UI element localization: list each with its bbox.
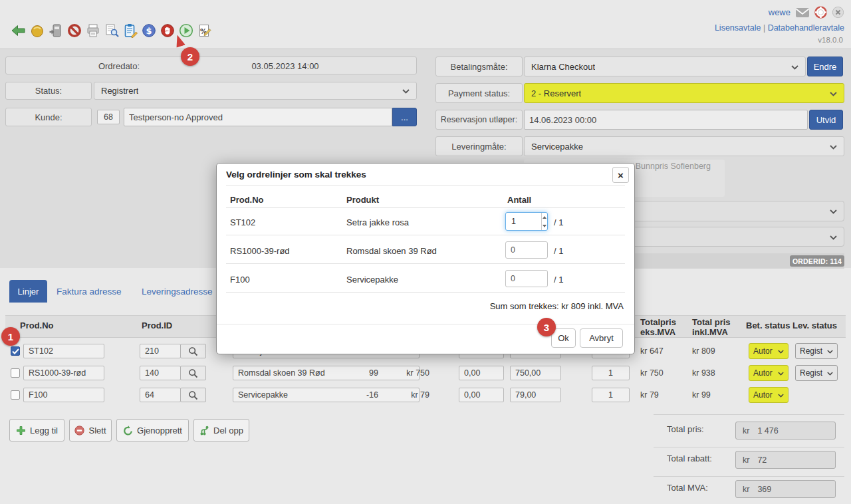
ordredato-value: 03.05.2023 14:00 — [192, 57, 378, 75]
prodno-input[interactable] — [23, 388, 104, 402]
totals-divider — [654, 414, 844, 415]
prodid-input[interactable] — [140, 344, 181, 358]
order-id-badge: ORDERID: 114 — [790, 255, 844, 267]
prodno-input[interactable] — [23, 344, 104, 358]
price-value: kr 750 — [388, 368, 429, 378]
bet-status-select[interactable]: Autor — [749, 343, 789, 359]
chevron-down-icon — [830, 206, 837, 216]
row-checkbox[interactable] — [11, 390, 20, 400]
gjenopprett-button[interactable]: Gjenopprett — [116, 419, 189, 441]
product-search-button[interactable] — [180, 344, 206, 358]
status-label: Status: — [5, 82, 92, 100]
unit-price-input[interactable] — [510, 388, 561, 402]
total-pris-value: kr1 476 — [735, 422, 836, 440]
svg-text:$: $ — [146, 26, 152, 36]
link-separator: | — [763, 23, 765, 33]
stepper-down-icon[interactable] — [542, 221, 547, 230]
reservasjon-label: Reservasjon utløper: — [435, 110, 523, 130]
stepper-arrows[interactable] — [541, 213, 547, 230]
payment-icon[interactable]: $ — [141, 23, 157, 39]
lock-icon[interactable] — [29, 23, 45, 39]
trekk-qty-stepper[interactable] — [505, 212, 548, 231]
dialog-divider — [226, 263, 625, 264]
tab-faktura-adresse[interactable]: Faktura adresse — [57, 280, 122, 303]
cancel-icon[interactable] — [66, 23, 82, 39]
chevron-down-icon — [830, 142, 837, 152]
qty-input[interactable] — [592, 388, 630, 402]
stock-value: -16 — [350, 390, 378, 400]
data-processing-agreement-link[interactable]: Databehandleravtale — [768, 23, 844, 33]
status-value: Registrert — [101, 86, 138, 96]
edit-rates-icon[interactable]: % — [197, 23, 213, 39]
dialog-divider — [226, 292, 625, 293]
license-agreement-link[interactable]: Lisensavtale — [715, 23, 761, 33]
stepper-up-icon[interactable] — [542, 213, 547, 221]
leveringmate-select[interactable]: Servicepakke — [524, 136, 844, 156]
back-icon[interactable] — [11, 23, 27, 39]
leveringmate-label: Leveringmåte: — [435, 136, 523, 156]
col-totalpris-inkl-mva: Total prisinkl.MVA — [692, 317, 731, 337]
trekk-qty-input[interactable] — [505, 270, 548, 287]
modal-col-antall: Antall — [507, 195, 531, 205]
row-checkbox[interactable] — [11, 368, 20, 378]
discount-input[interactable] — [459, 388, 504, 402]
discount-input[interactable] — [459, 366, 504, 380]
bet-status-select[interactable]: Autor — [749, 387, 789, 403]
customer-name-input[interactable] — [124, 108, 392, 126]
product-search-button[interactable] — [180, 388, 206, 402]
close-icon[interactable]: × — [612, 167, 629, 183]
minus-circle-icon — [74, 426, 84, 436]
total-mva-label: Total MVA: — [667, 483, 708, 493]
close-session-icon[interactable] — [832, 6, 844, 19]
utvid-button[interactable]: Utvid — [809, 110, 843, 130]
total-ex-value: kr 750 — [640, 368, 664, 378]
document-search-icon[interactable] — [104, 23, 120, 39]
totals-divider — [654, 476, 844, 477]
chevron-down-icon — [791, 62, 798, 72]
user-link[interactable]: wewe — [769, 7, 790, 17]
customer-browse-button[interactable]: ... — [392, 108, 417, 126]
unit-price-input[interactable] — [510, 366, 561, 380]
order-page: $ % wewe Lisensavtale | Databehandleravt… — [0, 0, 851, 504]
col-totalpris-eks-mva: Totalpriseks.MVA — [640, 317, 676, 337]
prodno-input[interactable] — [23, 366, 104, 380]
col-lev-status: Lev. status — [792, 320, 837, 330]
row-checkbox[interactable] — [11, 346, 20, 356]
notes-icon[interactable] — [122, 23, 138, 39]
total-inc-value: kr 99 — [692, 390, 711, 400]
qty-input[interactable] — [592, 366, 630, 380]
print-icon[interactable] — [85, 23, 101, 39]
ok-button[interactable]: Ok — [551, 328, 576, 348]
modal-qty-max: / 1 — [554, 275, 563, 285]
trekk-qty-input[interactable] — [505, 241, 548, 259]
prodid-input[interactable] — [140, 388, 181, 402]
chevron-down-icon — [778, 346, 784, 356]
endre-button[interactable]: Endre — [807, 57, 843, 76]
status-select[interactable]: Registrert — [94, 82, 417, 100]
help-lifering-icon[interactable] — [814, 6, 827, 19]
total-ex-value: kr 647 — [640, 346, 664, 356]
lev-status-select[interactable]: Regist — [795, 365, 838, 381]
betalingsmate-select[interactable]: Klarna Checkout — [524, 57, 806, 76]
avbryt-button[interactable]: Avbryt — [580, 328, 623, 348]
customer-id-input[interactable] — [97, 110, 120, 124]
prodid-input[interactable] — [140, 366, 181, 380]
tab-linjer[interactable]: Linjer — [9, 280, 47, 303]
trekk-qty-input[interactable] — [506, 213, 541, 230]
bet-status-select[interactable]: Autor — [749, 365, 789, 381]
mail-icon[interactable] — [795, 7, 810, 18]
legg-til-button[interactable]: Legg til — [9, 419, 64, 441]
del-opp-button[interactable]: Del opp — [193, 419, 249, 441]
split-icon — [199, 426, 209, 436]
tab-leveringsadresse[interactable]: Leveringsadresse — [142, 280, 213, 303]
col-prodno: Prod.No — [20, 320, 54, 330]
col-bet-status: Bet. status — [746, 320, 790, 330]
product-search-button[interactable] — [180, 366, 206, 380]
plus-icon — [16, 426, 26, 436]
card-terminal-icon[interactable] — [48, 23, 64, 39]
payment-status-select[interactable]: 2 - Reservert — [524, 83, 844, 103]
modal-prodno: RS1000-39-rød — [230, 246, 290, 256]
lev-status-select[interactable]: Regist — [795, 343, 838, 359]
reservasjon-input[interactable] — [524, 110, 808, 130]
slett-button[interactable]: Slett — [69, 419, 112, 441]
